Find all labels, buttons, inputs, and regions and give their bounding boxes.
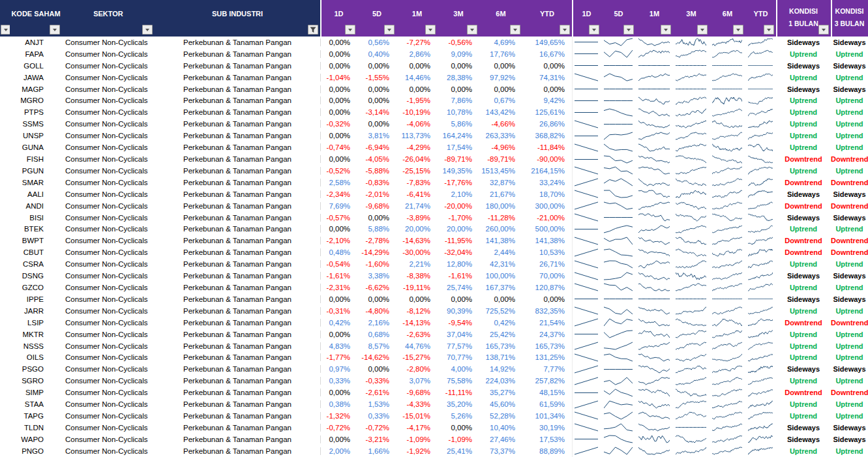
stock-code[interactable]: SSMS [10, 120, 62, 128]
sub-industry-cell[interactable]: Perkebunan & Tanaman Pangan [155, 400, 320, 408]
sparkline-cell[interactable] [636, 141, 673, 153]
sparkline-cell[interactable] [572, 72, 601, 83]
kondisi-cell[interactable]: Sideways [776, 85, 831, 93]
sub-industry-cell[interactable]: Perkebunan & Tanaman Pangan [155, 365, 320, 373]
pct-cell[interactable]: 300,00% [522, 202, 572, 210]
sparkline-cell[interactable] [673, 60, 710, 72]
pct-cell[interactable]: 165,73% [522, 342, 572, 350]
sparkline-cell[interactable] [572, 246, 601, 258]
sparkline-cell[interactable] [572, 95, 601, 107]
pct-cell[interactable]: 45,60% [479, 400, 522, 408]
pct-cell[interactable]: -0,54% [320, 260, 357, 268]
pct-cell[interactable]: -0,72% [320, 424, 357, 432]
pct-cell[interactable]: -9,54% [438, 319, 479, 327]
sub-industry-cell[interactable]: Perkebunan & Tanaman Pangan [155, 38, 320, 46]
sparkline-cell[interactable] [710, 95, 745, 107]
kondisi-cell[interactable]: Uptrend [831, 447, 868, 455]
pct-cell[interactable]: 0,00% [357, 214, 397, 222]
kondisi-cell[interactable]: Uptrend [831, 353, 868, 361]
pct-cell[interactable]: 75,58% [438, 377, 479, 385]
pct-cell[interactable]: 180,00% [479, 202, 522, 210]
sparkline-cell[interactable] [745, 188, 776, 200]
sector-cell[interactable]: Consumer Non-Cyclicals [62, 179, 155, 186]
kondisi-cell[interactable]: Uptrend [831, 143, 868, 151]
kondisi-cell[interactable]: Uptrend [776, 353, 831, 361]
sparkline-cell[interactable] [572, 410, 601, 422]
sector-cell[interactable]: Consumer Non-Cyclicals [62, 260, 155, 268]
sparkline-cell[interactable] [572, 317, 601, 329]
sparkline-cell[interactable] [673, 270, 710, 282]
stock-code[interactable]: JAWA [10, 74, 62, 81]
stock-code[interactable]: OILS [10, 353, 62, 361]
pct-cell[interactable]: 2,21% [397, 260, 438, 268]
kondisi-cell[interactable]: Downtrend [831, 202, 868, 210]
kondisi-cell[interactable]: Downtrend [776, 155, 831, 163]
kondisi-cell[interactable]: Uptrend [831, 225, 868, 233]
pct-cell[interactable]: 28,38% [438, 74, 479, 81]
pct-cell[interactable]: 0,00% [320, 389, 357, 396]
filter-button-sub-industri-active[interactable] [308, 25, 318, 35]
sparkline-cell[interactable] [636, 72, 673, 83]
stock-code[interactable]: SIMP [10, 389, 62, 396]
kondisi-cell[interactable]: Downtrend [831, 319, 868, 327]
pct-cell[interactable]: 73,37% [479, 447, 522, 455]
pct-cell[interactable]: -1,04% [320, 74, 357, 81]
sparkline-cell[interactable] [710, 200, 745, 212]
sub-industry-cell[interactable]: Perkebunan & Tanaman Pangan [155, 85, 320, 93]
pct-cell[interactable]: 0,33% [357, 412, 397, 420]
pct-cell[interactable]: 0,56% [357, 38, 397, 46]
sparkline-cell[interactable] [572, 258, 601, 270]
pct-cell[interactable]: -1,95% [397, 96, 438, 104]
sparkline-cell[interactable] [601, 188, 636, 200]
stock-code[interactable]: LSIP [10, 319, 62, 327]
sparkline-cell[interactable] [710, 48, 745, 60]
sparkline-cell[interactable] [673, 258, 710, 270]
sparkline-cell[interactable] [601, 212, 636, 224]
kondisi-cell[interactable]: Sideways [831, 85, 868, 93]
sparkline-cell[interactable] [636, 422, 673, 434]
kondisi-cell[interactable]: Uptrend [831, 331, 868, 338]
pct-cell[interactable]: -4,33% [397, 400, 438, 408]
sparkline-cell[interactable] [710, 106, 745, 118]
pct-cell[interactable]: 141,38% [522, 237, 572, 244]
sparkline-cell[interactable] [636, 83, 673, 95]
pct-cell[interactable]: -4,66% [479, 120, 522, 128]
pct-cell[interactable]: -89,71% [479, 155, 522, 163]
pct-cell[interactable]: 10,53% [522, 248, 572, 256]
kondisi-cell[interactable]: Sideways [776, 295, 831, 303]
pct-cell[interactable]: -0,83% [357, 179, 397, 186]
sector-cell[interactable]: Consumer Non-Cyclicals [62, 50, 155, 58]
sparkline-cell[interactable] [572, 224, 601, 235]
sparkline-cell[interactable] [572, 60, 601, 72]
stock-code[interactable]: SGRO [10, 377, 62, 385]
filter-button-pct-ytd[interactable] [560, 25, 570, 35]
sector-cell[interactable]: Consumer Non-Cyclicals [62, 377, 155, 385]
sparkline-cell[interactable] [636, 398, 673, 410]
pct-cell[interactable]: 113,73% [397, 132, 438, 140]
pct-cell[interactable]: 263,33% [479, 132, 522, 140]
sparkline-cell[interactable] [673, 445, 710, 457]
sparkline-cell[interactable] [710, 410, 745, 422]
stock-code[interactable]: SMAR [10, 179, 62, 186]
filter-button-spark-3m[interactable] [697, 25, 708, 35]
sparkline-cell[interactable] [572, 329, 601, 340]
sparkline-cell[interactable] [745, 317, 776, 329]
pct-cell[interactable]: 3,38% [357, 272, 397, 280]
sparkline-cell[interactable] [601, 177, 636, 188]
filter-button-pct-1d[interactable] [345, 25, 355, 35]
sector-cell[interactable]: Consumer Non-Cyclicals [62, 435, 155, 443]
pct-cell[interactable]: -0,57% [320, 214, 357, 222]
sparkline-cell[interactable] [636, 165, 673, 177]
sparkline-cell[interactable] [745, 410, 776, 422]
sparkline-cell[interactable] [572, 37, 601, 48]
pct-cell[interactable]: 0,42% [479, 319, 522, 327]
pct-cell[interactable]: -4,80% [357, 307, 397, 315]
kondisi-cell[interactable]: Uptrend [831, 260, 868, 268]
sparkline-cell[interactable] [673, 106, 710, 118]
pct-cell[interactable]: -26,04% [397, 155, 438, 163]
pct-cell[interactable]: 9,09% [438, 50, 479, 58]
sparkline-cell[interactable] [710, 340, 745, 352]
sparkline-cell[interactable] [745, 375, 776, 387]
sector-cell[interactable]: Consumer Non-Cyclicals [62, 447, 155, 455]
sparkline-cell[interactable] [745, 153, 776, 165]
